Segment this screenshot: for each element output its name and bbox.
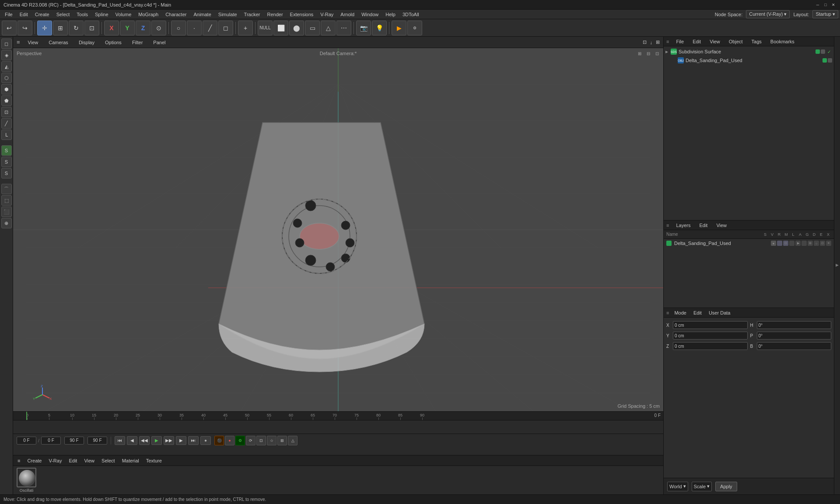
sidebar-btn-5[interactable]: ⬢ [1, 84, 12, 94]
move-tool-button[interactable]: ✛ [37, 21, 52, 35]
obj-checkmark-1[interactable]: ✓ [826, 49, 832, 55]
minimize-button[interactable]: ─ [815, 2, 821, 8]
layer-dot-s[interactable]: ● [771, 241, 776, 246]
coord-x-input[interactable] [673, 321, 748, 329]
obj-menu-file[interactable]: File [674, 38, 686, 45]
obj-dot-grey-2[interactable] [828, 58, 832, 63]
add-object-button[interactable]: + [238, 21, 253, 35]
play-back-button[interactable]: ◀◀ [139, 436, 150, 445]
mat-menu-view[interactable]: View [82, 457, 96, 464]
close-button[interactable]: ✕ [830, 2, 836, 8]
attrs-menu-edit[interactable]: Edit [692, 309, 704, 316]
light-button[interactable]: 💡 [372, 21, 387, 35]
step-back-button[interactable]: ◀ [127, 436, 137, 445]
menu-volume[interactable]: Volume [112, 11, 135, 18]
menu-mograph[interactable]: MoGraph [135, 11, 161, 18]
obj-menu-edit[interactable]: Edit [691, 38, 703, 45]
obj-dot-green-2[interactable] [822, 58, 827, 63]
viewport-3d[interactable]: Perspective Default Camera:* Grid Spacin… [13, 48, 663, 411]
layout-value[interactable]: Startup ▾ [812, 10, 838, 18]
scale-dropdown[interactable]: Scale ▾ [692, 482, 712, 491]
attrs-menu-user[interactable]: User Data [707, 309, 732, 316]
sidebar-btn-s1[interactable]: S [1, 145, 12, 156]
layer-dot-r[interactable]: ⊡ [783, 241, 788, 246]
sidebar-btn-2[interactable]: ◈ [1, 50, 12, 60]
vp-menu-display[interactable]: Display [76, 39, 97, 46]
auto-key-button[interactable]: ⚫ [214, 436, 224, 445]
start-frame-input[interactable] [41, 437, 61, 444]
current-frame-input[interactable] [17, 437, 36, 444]
vp-info-icon-1[interactable]: ⊡ [643, 39, 647, 45]
points-mode-button[interactable]: · [187, 21, 202, 35]
axis-z-button[interactable]: Z [136, 21, 150, 35]
key-rot-button[interactable]: ⟳ [246, 436, 256, 445]
attrs-menu-mode[interactable]: Mode [672, 309, 688, 316]
menu-vray[interactable]: V-Ray [317, 11, 336, 18]
menu-3dtAll[interactable]: 3DToAll [399, 11, 422, 18]
world-coord-dropdown[interactable]: World ▾ [667, 482, 688, 491]
obj-menu-view[interactable]: View [708, 38, 722, 45]
coord-z-input[interactable] [673, 342, 748, 350]
sidebar-btn-8[interactable]: ╱ [1, 118, 12, 129]
material-item-1[interactable]: Oscillati [17, 468, 36, 493]
obj-dot-green-1[interactable] [816, 49, 820, 54]
more-primitives-button[interactable]: ⋯ [336, 21, 351, 35]
key-param-button[interactable]: ⊞ [277, 436, 287, 445]
goto-start-button[interactable]: ⏮ [115, 436, 125, 445]
camera-button[interactable]: 📷 [356, 21, 371, 35]
viewport-menu-icon[interactable]: ≡ [17, 39, 20, 46]
layer-dot-g[interactable]: ⊞ [808, 241, 813, 246]
undo-button[interactable]: ↩ [2, 21, 17, 35]
null-obj-button[interactable]: NULL [258, 21, 273, 35]
vp-menu-view[interactable]: View [25, 39, 41, 46]
layer-dot-d[interactable]: ○ [814, 241, 819, 246]
layer-dot-x[interactable]: ✕ [826, 241, 831, 246]
mat-menu-create2[interactable]: Create [25, 457, 43, 464]
key-all-button[interactable]: ● [225, 436, 234, 445]
menu-tools[interactable]: Tools [74, 11, 91, 18]
render-settings-button[interactable]: ⚙ [407, 21, 422, 35]
edges-mode-button[interactable]: ╱ [203, 21, 217, 35]
layer-row-delta[interactable]: Delta_Sanding_Pad_Used ● ⊡ ▶ ⊞ ○ ⊡ ✕ [664, 239, 834, 248]
menu-tracker[interactable]: Tracker [241, 11, 263, 18]
layer-dot-e[interactable]: ⊡ [820, 241, 825, 246]
vp-split-icon[interactable]: ⊞ [636, 50, 643, 57]
rotate-tool-button[interactable]: ↻ [69, 21, 84, 35]
primitive-sphere-button[interactable]: ⬤ [289, 21, 304, 35]
sidebar-btn-4[interactable]: ⬡ [1, 73, 12, 83]
obj-dot-grey-1[interactable] [821, 49, 825, 54]
layers-menu-layers[interactable]: Layers [674, 222, 692, 229]
obj-menu-tags[interactable]: Tags [750, 38, 763, 45]
sidebar-btn-3[interactable]: ◭ [1, 61, 12, 72]
obj-row-subdivision[interactable]: ▶ SDS Subdivision Surface ✓ [664, 47, 834, 56]
mat-menu-edit[interactable]: Edit [67, 457, 79, 464]
menu-extensions[interactable]: Extensions [287, 11, 317, 18]
layers-menu-view[interactable]: View [714, 222, 728, 229]
axis-x-button[interactable]: X [104, 21, 119, 35]
scale-tool-button[interactable]: ⊞ [53, 21, 68, 35]
mat-menu-vray[interactable]: V-Ray [47, 457, 63, 464]
menu-help[interactable]: Help [382, 11, 399, 18]
vp-info-icon-3[interactable]: ⊞ [656, 39, 660, 45]
sidebar-btn-model[interactable]: ⬛ [1, 206, 12, 217]
vp-menu-panel[interactable]: Panel [150, 39, 168, 46]
obj-row-delta-pad[interactable]: ▶ OBJ Delta_Sanding_Pad_Used [664, 56, 834, 65]
end-frame-input[interactable] [64, 437, 84, 444]
transform-tool-button[interactable]: ⊡ [84, 21, 99, 35]
vp-menu-options[interactable]: Options [102, 39, 124, 46]
coord-h-input[interactable] [757, 321, 832, 329]
mat-menu-create[interactable]: ≡ [16, 457, 22, 464]
sidebar-btn-9[interactable]: Ⅼ [1, 130, 12, 140]
sidebar-btn-7[interactable]: ⊡ [1, 107, 12, 117]
step-forward-button[interactable]: ▶ [176, 436, 186, 445]
menu-file[interactable]: File [2, 11, 16, 18]
primitive-cone-button[interactable]: △ [321, 21, 336, 35]
key-pla-button[interactable]: △ [288, 436, 298, 445]
menu-arnold[interactable]: Arnold [337, 11, 357, 18]
coord-y-input[interactable] [673, 332, 748, 340]
sidebar-btn-6[interactable]: ⬟ [1, 95, 12, 106]
vp-info-icon-2[interactable]: ↓ [650, 40, 653, 45]
menu-create[interactable]: Create [32, 11, 52, 18]
record-button[interactable]: ● [200, 436, 211, 445]
layer-dot-a[interactable] [802, 241, 807, 246]
